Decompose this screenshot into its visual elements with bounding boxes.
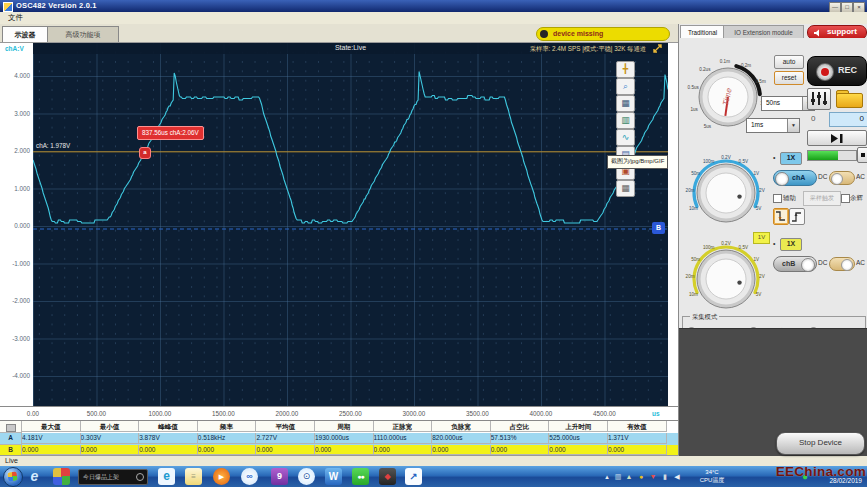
column-header: 最小值: [81, 421, 140, 432]
measurement-value: 0.000: [256, 445, 315, 456]
measurement-value: 0.518kHz: [198, 433, 257, 444]
player-icon[interactable]: ▶: [213, 468, 230, 485]
grid-icon[interactable]: ▦: [616, 95, 635, 112]
stop-progress-button[interactable]: [857, 147, 867, 163]
tab-io-extension[interactable]: IO Extension module: [723, 25, 804, 39]
clock-icon[interactable]: ⊙: [298, 468, 315, 485]
fft-icon[interactable]: ∿: [616, 129, 635, 146]
tab-oscilloscope[interactable]: 示波器: [2, 26, 48, 42]
browser-e-icon[interactable]: e: [158, 468, 175, 485]
pinwheel-icon[interactable]: [53, 468, 70, 485]
close-button[interactable]: ×: [853, 2, 865, 13]
tray-shield-icon[interactable]: ▲: [624, 472, 634, 481]
falling-edge-trigger-button[interactable]: [773, 208, 789, 225]
record-button[interactable]: REC: [807, 56, 867, 86]
tab-traditional[interactable]: Traditional: [680, 25, 725, 39]
knob-tick-label: 0.5us: [688, 85, 700, 90]
rising-edge-trigger-button[interactable]: [789, 208, 805, 225]
weibo-icon[interactable]: W: [325, 468, 342, 485]
channel-b-marker[interactable]: B: [652, 222, 665, 234]
cha-probe-chip[interactable]: 1X: [780, 152, 802, 165]
cha-enable-toggle[interactable]: chA: [773, 170, 817, 186]
tray-network-icon[interactable]: ▥: [613, 472, 623, 481]
tray-update-icon[interactable]: ●: [636, 472, 646, 481]
column-header: 平均值: [256, 421, 315, 432]
tab-advanced-functions[interactable]: 高级功能项: [47, 26, 119, 42]
tab-strip: 示波器 高级功能项 device missing: [0, 24, 678, 43]
minimize-button[interactable]: —: [829, 2, 841, 13]
sample-trigger-button[interactable]: 采样触发: [803, 191, 841, 206]
measurement-value: 0.303V: [81, 433, 140, 444]
ie-icon[interactable]: e: [26, 468, 43, 485]
measurement-value: 3.878V: [139, 433, 198, 444]
cha-coupling-toggle[interactable]: [829, 171, 855, 185]
wechat-icon[interactable]: ●●: [352, 468, 369, 485]
cloud-app-icon[interactable]: ∞: [241, 468, 258, 485]
measurement-value: 0.000: [81, 445, 140, 456]
stocks-icon[interactable]: ↗: [405, 468, 422, 485]
screen: OSC482 Version 2.0.1 — □ × 文件 示波器 高级功能项 …: [0, 0, 867, 487]
data-table-icon[interactable]: ▦: [616, 180, 635, 197]
waveform-plot[interactable]: State:Live 采样率: 2.4M SPS |模式:平稳| 32K 每通道…: [33, 43, 668, 406]
x-axis-unit: us: [652, 410, 660, 417]
taskbar-search-text: 今日爆品上架: [83, 473, 119, 482]
chb-probe-chip[interactable]: 1X: [780, 238, 802, 251]
play-step-icon: [830, 134, 844, 143]
start-button[interactable]: [3, 467, 23, 487]
tray-up-arrow-icon[interactable]: ▴: [602, 472, 612, 481]
knob-tick-label: 50m: [691, 257, 700, 262]
persist-label: 余辉: [850, 194, 863, 203]
acquisition-label: 采集模式: [690, 313, 719, 322]
mixer-button[interactable]: [807, 88, 831, 110]
support-label: support: [827, 27, 857, 36]
clip-tool-icon[interactable]: 9: [271, 468, 288, 485]
table-row[interactable]: A4.181V0.303V3.878V0.518kHz2.727V1930.00…: [0, 433, 678, 445]
sample-rate-info: 采样率: 2.4M SPS |模式:平稳| 32K 每通道: [530, 45, 646, 54]
chevron-down-icon[interactable]: ▼: [787, 119, 799, 132]
open-folder-button[interactable]: [835, 88, 863, 108]
notes-icon[interactable]: ≡: [185, 468, 202, 485]
search-icon: [136, 473, 144, 481]
menu-file[interactable]: 文件: [8, 13, 23, 23]
timebase-select[interactable]: 1ms ▼: [746, 118, 800, 133]
knob-tick-label: 20m: [686, 274, 695, 279]
trigger-marker[interactable]: a: [139, 147, 151, 159]
measurement-value: 57.513%: [491, 433, 550, 444]
column-header: 正脉宽: [374, 421, 433, 432]
persist-checkbox[interactable]: [841, 194, 850, 203]
x-tick-label: 3000.00: [393, 410, 435, 417]
measurement-value: 820.000us: [432, 433, 491, 444]
frame-counter-value[interactable]: 0: [829, 112, 867, 127]
knob-position-dot: [737, 280, 741, 284]
reset-button[interactable]: reset: [774, 71, 804, 85]
stop-device-button[interactable]: Stop Device: [776, 432, 865, 455]
tray-volume-icon[interactable]: ◀: [672, 472, 682, 481]
maximize-button[interactable]: □: [841, 2, 853, 13]
knob-tick-label: 100m: [703, 159, 715, 164]
tray-download-icon[interactable]: ▼: [648, 472, 658, 481]
table-header-row: 最大值最小值峰峰值频率平均值周期正脉宽负脉宽占空比上升时间有效值: [0, 421, 678, 433]
chb-coupling-toggle[interactable]: [829, 257, 855, 271]
knob-tick-label: 5us: [704, 124, 712, 129]
toggle-knob: [775, 172, 789, 186]
x-tick-label: 2500.00: [330, 410, 372, 417]
reader-icon[interactable]: ◆: [379, 468, 396, 485]
single-step-button[interactable]: [807, 130, 867, 146]
chb-volt-knob[interactable]: 10m20m50m100m0.2V0.5V1V2V5V: [681, 234, 771, 324]
histogram-icon[interactable]: ▥: [616, 112, 635, 129]
cha-volt-knob[interactable]: 10m20m50m100m0.2V0.5V1V2V5V: [681, 148, 771, 238]
auto-button[interactable]: auto: [774, 55, 804, 69]
knob-tick-label: 0.5m: [756, 79, 766, 84]
row-label: A: [0, 433, 22, 445]
tray-usb-icon[interactable]: ▮: [660, 472, 670, 481]
taskbar-search-input[interactable]: 今日爆品上架: [78, 469, 148, 485]
collapse-arrows-icon[interactable]: [651, 43, 665, 54]
aux-checkbox[interactable]: [773, 194, 782, 203]
chb-enable-toggle[interactable]: chB: [773, 256, 817, 272]
buffer-progress-bar: [807, 150, 857, 161]
measurement-value: 1.371V: [608, 433, 667, 444]
pan-icon[interactable]: ╋: [616, 61, 635, 78]
zoom-icon[interactable]: ⌕: [616, 78, 635, 95]
watermark: EEChina.com: [776, 464, 866, 479]
column-header: 有效值: [608, 421, 667, 432]
